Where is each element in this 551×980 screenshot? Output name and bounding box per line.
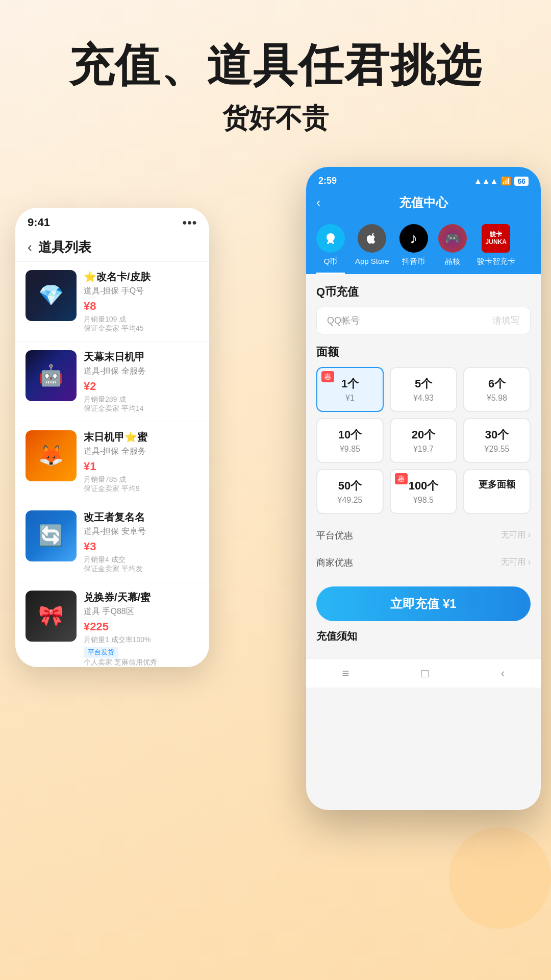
tool-name-5: 兑换券/天幕/蜜 [84,591,199,604]
back-arrow-icon[interactable]: ‹ [28,239,32,255]
tool-info-1: ⭐改名卡/皮肤 道具-担保 手Q号 ¥8 月销量109 成 保证金卖家 平均45 [84,270,199,333]
merchant-discount-row[interactable]: 商家优惠 无可用 › [316,549,531,576]
hero-section: 充值、道具任君挑选 货好不贵 [0,0,551,157]
status-icons: ▲▲▲ 📶 66 [474,176,529,186]
svg-point-2 [327,242,329,244]
junka-icon: 骏卡JUNKA [482,224,510,253]
amount-sub-1: ¥1 [323,394,377,403]
tool-image-2: 🤖 [26,350,77,401]
back-phone-time: 9:41 [28,216,50,229]
amount-main-2: 5个 [397,376,450,391]
tool-desc-5: 道具 手Q88区 [84,606,199,617]
tool-meta-5: 月销量1 成交率100% [84,635,199,645]
hero-subtitle: 货好不贵 [31,101,520,136]
bottom-home-icon[interactable]: □ [421,666,429,680]
tab-appstore[interactable]: App Store [355,224,389,274]
account-placeholder: 请填写 [492,314,520,327]
hero-title: 充值、道具任君挑选 [31,41,520,90]
nav-back-button[interactable]: ‹ [316,195,320,210]
amount-card-4[interactable]: 10个 ¥9.85 [316,418,384,463]
tool-name-1: ⭐改名卡/皮肤 [84,270,199,284]
tool-name-2: 天幕末日机甲 [84,350,199,364]
amount-main-7: 50个 [323,478,377,494]
front-phone: 2:59 ▲▲▲ 📶 66 ‹ 充值中心 Q币 [306,167,541,810]
amount-card-8[interactable]: 惠 100个 ¥98.5 [390,469,457,514]
hui-badge-1: 惠 [321,371,334,382]
amount-sub-5: ¥19.7 [397,445,450,454]
tool-image-3: 🦊 [26,430,77,481]
list-item[interactable]: 💎 ⭐改名卡/皮肤 道具-担保 手Q号 ¥8 月销量109 成 保证金卖家 平均… [15,262,209,342]
tool-meta-3b: 保证金卖家 平均9 [84,484,199,494]
tab-jinghe[interactable]: 🎮 晶核 [438,224,467,274]
recharge-notice-title: 充值须知 [316,629,531,643]
jinghe-icon: 🎮 [438,224,467,253]
amount-sub-4: ¥9.85 [323,445,377,454]
tool-meta-3: 月销量785 成 [84,475,199,484]
list-item[interactable]: 🦊 末日机甲⭐蜜 道具-担保 全服务 ¥1 月销量785 成 保证金卖家 平均9 [15,422,209,502]
nav-title: 充值中心 [399,194,448,211]
amount-card-5[interactable]: 20个 ¥19.7 [390,418,457,463]
back-phone-status: 9:41 ●●● [15,208,209,233]
tool-meta-1: 月销量109 成 [84,315,199,324]
gem-icon: 💎 [26,270,77,321]
list-item[interactable]: 🤖 天幕末日机甲 道具-担保 全服务 ¥2 月销量289 成 保证金卖家 平均1… [15,342,209,422]
merchant-discount-label: 商家优惠 [316,556,353,569]
tab-junka[interactable]: 骏卡JUNKA 骏卡智充卡 [477,224,515,274]
tool-info-4: 改王者复名名 道具-担保 安卓号 ¥3 月销量4 成交 保证金卖家 平均发 [84,510,199,574]
kitty-icon: 🎀 [26,591,77,642]
apple-icon [358,224,386,253]
tool-image-4: 🔄 [26,510,77,561]
tool-price-2: ¥2 [84,380,199,393]
platform-discount-row[interactable]: 平台优惠 无可用 › [316,522,531,549]
qq-icon [316,224,345,253]
amount-card-more[interactable]: 更多面额 [463,469,531,514]
tab-qq[interactable]: Q币 [316,224,345,274]
amount-main-6: 30个 [470,427,523,443]
wifi-icon: 📶 [501,176,511,186]
tab-junka-label: 骏卡智充卡 [477,257,515,266]
amount-main-more: 更多面额 [470,478,523,491]
platform-discount-label: 平台优惠 [316,529,353,542]
account-label: QQ帐号 [327,314,360,327]
tab-qq-label: Q币 [324,257,338,266]
amount-label: 面额 [316,345,531,360]
battery-icon: 66 [514,177,529,186]
tool-image-5: 🎀 [26,591,77,642]
account-input-row[interactable]: QQ帐号 请填写 [316,307,531,334]
phones-container: 9:41 ●●● ‹ 道具列表 💎 ⭐改名卡/皮肤 道具-担保 手Q号 ¥8 月… [0,167,551,830]
deco-circle [449,827,551,929]
amount-card-2[interactable]: 5个 ¥4.93 [390,367,457,412]
tool-meta-5b: 个人卖家 芝麻信用优秀 [84,658,199,667]
tool-meta-4: 月销量4 成交 [84,555,199,565]
hui-badge-8: 惠 [395,473,408,484]
amount-main-4: 10个 [323,427,377,443]
back-phone-status-icons: ●●● [182,218,197,227]
tool-badges-5: 平台发货 [84,647,199,658]
amount-main-5: 20个 [397,427,450,443]
list-item[interactable]: 🎀 兑换券/天幕/蜜 道具 手Q88区 ¥225 月销量1 成交率100% 平台… [15,582,209,667]
tool-desc-3: 道具-担保 全服务 [84,446,199,457]
section-title: Q币充值 [316,284,531,300]
content-area: Q币充值 QQ帐号 请填写 面额 惠 1个 ¥1 5个 ¥4.93 [306,274,541,658]
amount-sub-7: ¥49.25 [323,496,377,505]
douyin-icon: ♪ [399,224,428,253]
amount-card-3[interactable]: 6个 ¥5.98 [463,367,531,412]
bottom-menu-icon[interactable]: ≡ [342,666,349,680]
tool-info-5: 兑换券/天幕/蜜 道具 手Q88区 ¥225 月销量1 成交率100% 平台发货… [84,591,199,667]
platform-badge: 平台发货 [84,647,118,658]
tool-info-2: 天幕末日机甲 道具-担保 全服务 ¥2 月销量289 成 保证金卖家 平均14 [84,350,199,413]
amount-card-7[interactable]: 50个 ¥49.25 [316,469,384,514]
amount-card-6[interactable]: 30个 ¥29.55 [463,418,531,463]
amount-grid: 惠 1个 ¥1 5个 ¥4.93 6个 ¥5.98 10个 ¥9.85 [316,367,531,514]
svg-point-3 [332,242,334,244]
tool-price-1: ¥8 [84,300,199,313]
bottom-back-icon[interactable]: ‹ [500,666,505,680]
charge-button[interactable]: 立即充值 ¥1 [316,586,531,621]
list-item[interactable]: 🔄 改王者复名名 道具-担保 安卓号 ¥3 月销量4 成交 保证金卖家 平均发 [15,502,209,582]
tab-douyin[interactable]: ♪ 抖音币 [399,224,428,274]
merchant-discount-value: 无可用 › [501,557,531,568]
amount-card-1[interactable]: 惠 1个 ¥1 [316,367,384,412]
tool-price-4: ¥3 [84,540,199,553]
back-page-title: 道具列表 [38,238,91,256]
tool-name-4: 改王者复名名 [84,510,199,524]
